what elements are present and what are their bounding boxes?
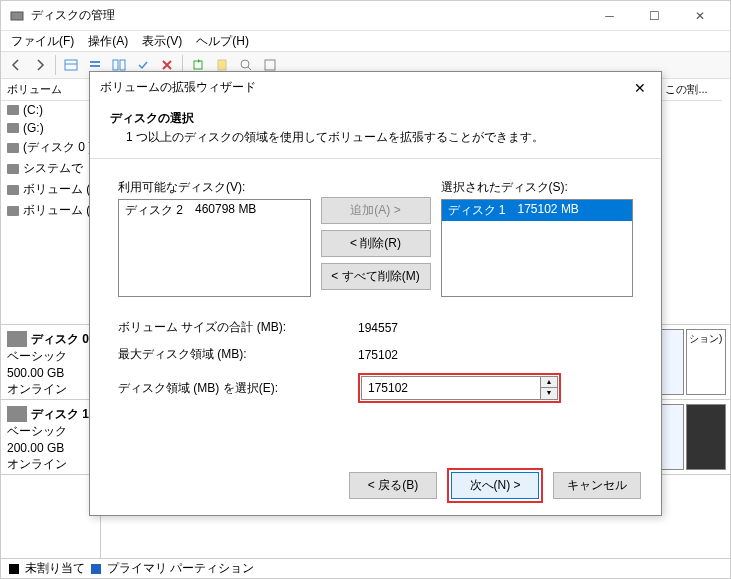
divider [55,55,56,75]
forward-icon[interactable] [29,54,51,76]
partition[interactable]: ション) [686,329,726,395]
available-disks-label: 利用可能なディスク(V): [118,179,311,196]
volume-list-panel: ボリューム (C:) (G:) (ディスク 0 ) システムで ボリューム ( … [1,79,101,558]
dialog-body: 利用可能なディスク(V): ディスク 2 460798 MB 追加(A) > <… [90,159,661,423]
dialog-subtext: 1 つ以上のディスクの領域を使用してボリュームを拡張することができます。 [126,129,641,146]
total-size-value: 194557 [358,321,633,335]
back-button[interactable]: < 戻る(B) [349,472,437,499]
app-icon [9,8,25,24]
dialog-footer: < 戻る(B) 次へ(N) > キャンセル [349,468,641,503]
drive-icon [7,185,19,195]
svg-rect-5 [113,60,118,70]
volume-item[interactable]: システムで [1,158,100,179]
unallocated-partition[interactable] [686,404,726,470]
highlight-box: ▲ ▼ [358,373,561,403]
drive-icon [7,105,19,115]
menubar: ファイル(F) 操作(A) 表示(V) ヘルプ(H) [1,31,730,51]
disk-label[interactable]: ディスク 1 ベーシック 200.00 GB オンライン [1,400,101,474]
maximize-button[interactable]: ☐ [632,1,677,30]
disk-icon [7,406,27,422]
svg-rect-0 [11,12,23,20]
select-space-label: ディスク領域 (MB) を選択(E): [118,380,358,397]
column-header-volume[interactable]: ボリューム [1,79,100,101]
highlight-box: 次へ(N) > [447,468,543,503]
drive-icon [7,123,19,133]
max-space-label: 最大ディスク領域 (MB): [118,346,358,363]
drive-icon [7,206,19,216]
svg-rect-4 [90,65,100,67]
drive-icon [7,164,19,174]
drive-icon [7,143,19,153]
selected-disks-listbox[interactable]: ディスク 1 175102 MB [441,199,634,297]
spinner-buttons[interactable]: ▲ ▼ [541,376,558,400]
svg-rect-11 [265,60,275,70]
max-space-value: 175102 [358,348,633,362]
legend-swatch-unallocated [9,564,19,574]
dialog-header: ディスクの選択 1 つ以上のディスクの領域を使用してボリュームを拡張することがで… [90,102,661,159]
disk-icon [7,331,27,347]
svg-rect-3 [90,61,100,63]
dialog-title: ボリュームの拡張ウィザード [90,72,661,102]
next-button[interactable]: 次へ(N) > [451,472,539,499]
available-disks-listbox[interactable]: ディスク 2 460798 MB [118,199,311,297]
legend-label: プライマリ パーティション [107,560,254,577]
cancel-button[interactable]: キャンセル [553,472,641,499]
menu-file[interactable]: ファイル(F) [5,31,80,52]
dialog-heading: ディスクの選択 [110,111,194,125]
list-item[interactable]: ディスク 2 460798 MB [119,200,310,221]
svg-rect-6 [120,60,125,70]
table-icon[interactable] [60,54,82,76]
main-titlebar: ディスクの管理 ─ ☐ ✕ [1,1,730,31]
svg-rect-8 [218,60,226,70]
legend-swatch-primary [91,564,101,574]
svg-line-10 [248,67,251,70]
minimize-button[interactable]: ─ [587,1,632,30]
remove-button[interactable]: < 削除(R) [321,230,431,257]
menu-view[interactable]: 表示(V) [136,31,188,52]
volume-item[interactable]: (C:) [1,101,100,119]
select-space-input[interactable] [361,376,541,400]
dialog-close-button[interactable]: ✕ [625,78,655,98]
selected-disks-label: 選択されたディスク(S): [441,179,634,196]
close-button[interactable]: ✕ [677,1,722,30]
volume-item[interactable]: (ディスク 0 ) [1,137,100,158]
add-button[interactable]: 追加(A) > [321,197,431,224]
volume-item[interactable]: ボリューム ( [1,179,100,200]
total-size-label: ボリューム サイズの合計 (MB): [118,319,358,336]
svg-point-9 [241,60,249,68]
remove-all-button[interactable]: < すべて削除(M) [321,263,431,290]
menu-action[interactable]: 操作(A) [82,31,134,52]
extend-volume-wizard-dialog: ボリュームの拡張ウィザード ✕ ディスクの選択 1 つ以上のディスクの領域を使用… [89,71,662,516]
legend-label: 未割り当て [25,560,85,577]
volume-item[interactable]: ボリューム ( [1,200,100,221]
volume-item[interactable]: (G:) [1,119,100,137]
disk-label[interactable]: ディスク 0 ベーシック 500.00 GB オンライン [1,325,101,399]
window-title: ディスクの管理 [31,7,587,24]
legend: 未割り当て プライマリ パーティション [1,558,730,578]
menu-help[interactable]: ヘルプ(H) [190,31,255,52]
spin-up-icon[interactable]: ▲ [541,377,557,388]
back-icon[interactable] [5,54,27,76]
list-item-selected[interactable]: ディスク 1 175102 MB [442,200,633,221]
spin-down-icon[interactable]: ▼ [541,388,557,399]
svg-rect-1 [65,60,77,70]
